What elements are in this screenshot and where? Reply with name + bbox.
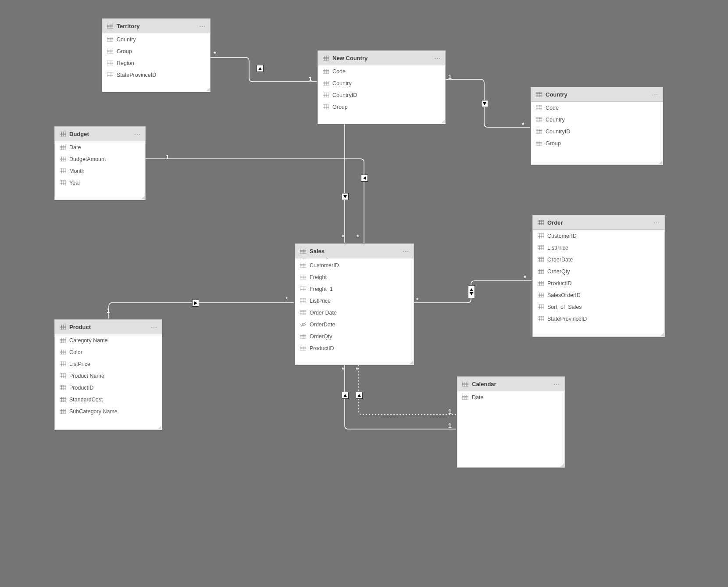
column-row[interactable]: OrderDate [533,254,664,265]
svg-rect-90 [536,129,542,134]
table-more-icon[interactable]: ··· [653,219,661,225]
column-row[interactable]: CountryID [295,258,414,259]
column-row[interactable]: SubCategory Name [55,405,162,417]
column-row[interactable]: StandardCost [55,394,162,405]
table-more-icon[interactable]: ··· [133,131,142,137]
column-row[interactable]: ProductID [295,342,414,354]
column-icon [300,346,307,351]
table-calendar[interactable]: Calendar ··· Date [457,376,565,468]
cardinality-label: * [416,297,418,304]
column-row[interactable]: Sort_of_Sales [533,301,664,313]
column-row[interactable]: SalesOrderID [533,289,664,301]
column-icon [537,269,544,274]
svg-rect-167 [538,269,544,274]
column-icon [537,281,544,286]
column-row[interactable]: Month [55,165,145,177]
table-territory[interactable]: Territory ··· Country Group Region State… [102,18,211,92]
column-row[interactable]: Year [55,177,145,189]
column-row[interactable]: StateProvinceID [102,69,210,81]
column-row[interactable]: DudgetAmount [55,153,145,165]
column-row[interactable]: OrderQty [533,265,664,277]
column-row[interactable]: Group [531,137,663,149]
filter-direction-icon [192,300,199,307]
cardinality-label: 1 [448,422,452,429]
column-row[interactable]: Product Name [55,370,162,382]
column-row[interactable]: OrderQty [295,330,414,342]
svg-rect-147 [538,220,544,225]
svg-rect-177 [538,293,544,297]
column-row[interactable]: OrderDate [295,319,414,330]
column-row[interactable]: Country [318,77,445,89]
table-header[interactable]: Order ··· [533,215,664,230]
table-more-icon[interactable]: ··· [553,381,561,387]
table-icon [462,381,469,387]
column-row[interactable]: CountryID [531,125,663,137]
cardinality-label: 1 [107,307,110,314]
column-row[interactable]: StateProvinceID [533,313,664,325]
column-icon [537,245,544,251]
column-row[interactable]: Freight_1 [295,283,414,295]
column-row[interactable]: Group [318,101,445,113]
column-icon [537,293,544,298]
table-product[interactable]: Product ··· Category Name Color ListPric… [54,319,162,430]
table-more-icon[interactable]: ··· [433,55,442,61]
table-header[interactable]: Country ··· [531,87,663,102]
table-header[interactable]: Calendar ··· [457,377,564,391]
column-row[interactable]: Freight [295,271,414,283]
table-sales[interactable]: Sales ··· CountryID CustomerID Freight F… [295,243,414,365]
column-row[interactable]: ListPrice [533,242,664,254]
column-row[interactable]: Order Date [295,307,414,319]
svg-rect-192 [60,325,66,329]
column-icon [59,373,66,379]
column-icon [300,263,307,268]
column-row[interactable]: Code [318,65,445,77]
table-columns[interactable]: CountryID CustomerID Freight Freight_1 L… [295,258,414,365]
cardinality-label: 1 [166,154,169,161]
column-row[interactable]: CustomerID [295,259,414,271]
table-new-country[interactable]: New Country ··· Code Country CountryID G… [318,50,446,124]
svg-rect-45 [60,180,66,185]
table-more-icon[interactable]: ··· [198,23,207,29]
filter-direction-icon [342,392,349,399]
table-more-icon[interactable]: ··· [402,248,410,254]
column-row[interactable]: ProductID [55,382,162,394]
column-row[interactable]: ListPrice [295,295,414,307]
column-row[interactable]: CustomerID [533,230,664,242]
column-row[interactable]: Region [102,57,210,69]
table-budget[interactable]: Budget ··· Date DudgetAmount Month Year [54,126,146,200]
column-row[interactable]: Date [457,391,564,403]
filter-direction-icon [342,193,349,200]
table-header[interactable]: New Country ··· [318,51,445,65]
table-header[interactable]: Budget ··· [55,127,145,141]
column-row[interactable]: Category Name [55,334,162,346]
table-more-icon[interactable]: ··· [651,91,659,97]
table-header[interactable]: Territory ··· [102,19,210,33]
column-row[interactable]: Code [531,102,663,114]
table-more-icon[interactable]: ··· [150,324,158,330]
table-header[interactable]: Sales ··· [295,244,414,258]
svg-rect-100 [300,249,306,254]
column-row[interactable]: ProductID [533,277,664,289]
column-row[interactable]: Country [531,114,663,125]
table-title: Territory [117,23,198,29]
column-icon [59,397,66,402]
model-canvas[interactable]: * 1 1 * 1 * * 1 1 * * * * * 1 1 Territor… [0,0,728,587]
column-row[interactable]: Country [102,33,210,45]
svg-rect-75 [536,92,542,97]
column-row[interactable]: ListPrice [55,358,162,370]
table-order[interactable]: Order ··· CustomerID ListPrice OrderDate… [532,215,665,337]
column-row[interactable]: Color [55,346,162,358]
table-icon [322,55,329,61]
column-icon [59,338,66,343]
svg-rect-222 [60,397,66,402]
svg-rect-137 [300,334,306,339]
column-row[interactable]: CountryID [318,89,445,101]
svg-rect-70 [323,104,329,109]
svg-rect-202 [60,350,66,354]
table-header[interactable]: Product ··· [55,320,162,334]
table-icon [537,220,544,225]
column-row[interactable]: Date [55,141,145,153]
table-columns: Date [457,391,564,467]
table-country[interactable]: Country ··· Code Country CountryID Group [531,87,663,165]
column-row[interactable]: Group [102,45,210,57]
